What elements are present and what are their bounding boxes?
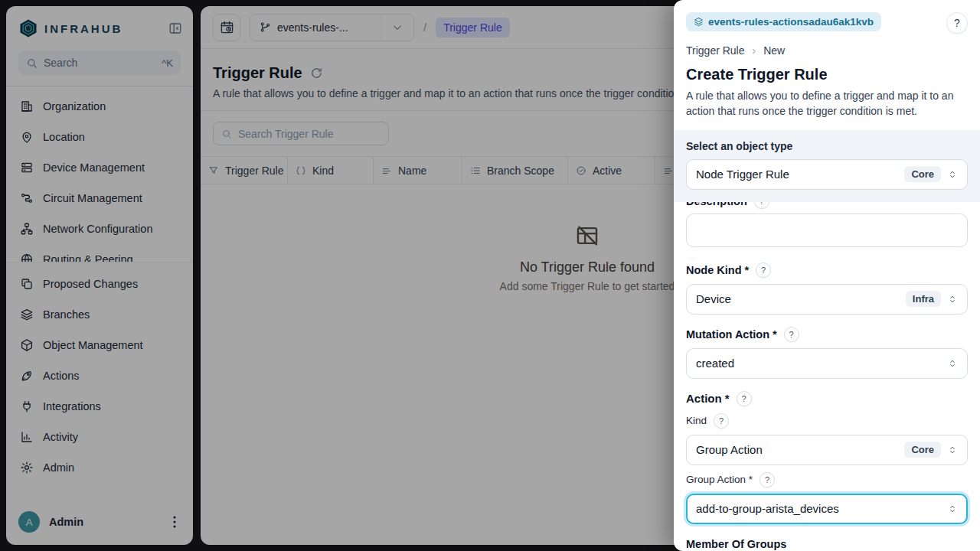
branch-badge[interactable]: events-rules-actionsadau6ak1kvb: [686, 12, 881, 31]
group-action-label: Group Action *: [686, 474, 753, 485]
drawer-breadcrumb: Trigger Rule › New: [686, 44, 968, 57]
node-kind-select[interactable]: Device Infra: [686, 284, 968, 315]
help-icon[interactable]: ?: [756, 262, 771, 278]
help-icon[interactable]: ?: [754, 202, 769, 209]
object-type-section: Select an object type Node Trigger Rule …: [674, 130, 980, 202]
help-icon[interactable]: ?: [714, 413, 729, 429]
drawer-breadcrumb-parent[interactable]: Trigger Rule: [686, 44, 745, 57]
chevron-updown-icon: [947, 294, 958, 305]
help-icon[interactable]: ?: [784, 327, 799, 342]
layers-icon: [694, 17, 704, 27]
member-of-groups-label: Member Of Groups: [686, 538, 786, 550]
drawer-title: Create Trigger Rule: [686, 66, 968, 83]
mutation-action-select[interactable]: created: [686, 348, 968, 379]
description-label: Description: [686, 202, 747, 207]
chevron-right-icon: ›: [753, 44, 756, 57]
help-icon[interactable]: ?: [737, 391, 752, 406]
chevron-updown-icon: [947, 169, 958, 180]
drawer-header: events-rules-actionsadau6ak1kvb ? Trigge…: [674, 0, 980, 130]
infra-badge: Infra: [906, 291, 941, 307]
clipped-description-label: Description ?: [686, 202, 968, 210]
help-button[interactable]: ?: [946, 12, 968, 34]
branch-badge-label: events-rules-actionsadau6ak1kvb: [708, 16, 874, 28]
group-action-select[interactable]: add-to-group-arista_devices: [686, 494, 968, 524]
help-icon[interactable]: ?: [760, 472, 775, 487]
object-type-label: Select an object type: [686, 140, 968, 152]
node-kind-label: Node Kind *: [686, 264, 749, 276]
object-type-select[interactable]: Node Trigger Rule Core: [686, 159, 968, 190]
core-badge: Core: [904, 166, 941, 182]
core-badge: Core: [904, 442, 941, 458]
kind-label: Kind: [686, 415, 707, 426]
mutation-action-label: Mutation Action *: [686, 328, 777, 341]
drawer-breadcrumb-current: New: [763, 44, 785, 57]
chevron-updown-icon: [947, 445, 958, 455]
create-trigger-rule-drawer: events-rules-actionsadau6ak1kvb ? Trigge…: [674, 0, 980, 551]
drawer-form: Description ? Node Kind * ? Device Infra…: [674, 202, 980, 551]
action-kind-select[interactable]: Group Action Core: [686, 435, 968, 465]
chevron-updown-icon: [947, 358, 958, 369]
drawer-description: A rule that allows you to define a trigg…: [686, 88, 968, 119]
action-section-label: Action *: [686, 392, 730, 405]
description-input[interactable]: [686, 214, 968, 247]
chevron-updown-icon: [947, 504, 958, 514]
